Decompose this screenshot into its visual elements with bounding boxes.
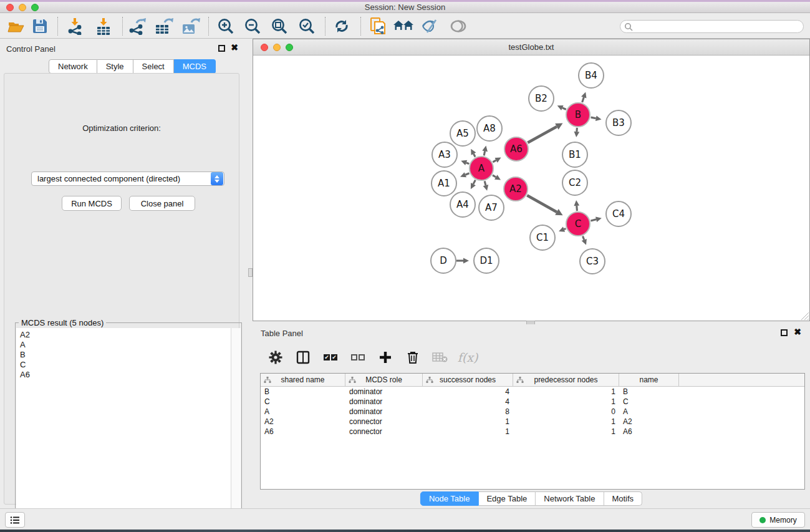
table-cell[interactable]: B bbox=[619, 387, 679, 397]
result-item[interactable]: A2 bbox=[20, 330, 231, 340]
edge-A-A7[interactable] bbox=[485, 181, 486, 185]
edge-B-B2[interactable] bbox=[562, 108, 566, 110]
tab-mcds[interactable]: MCDS bbox=[174, 59, 216, 74]
close-panel-icon[interactable]: ✖ bbox=[231, 44, 238, 51]
table-cell[interactable]: 4 bbox=[423, 387, 513, 397]
table-cell[interactable]: 8 bbox=[423, 407, 513, 417]
edge-A-A6[interactable] bbox=[493, 160, 496, 162]
table-row[interactable]: A2connector11A2 bbox=[261, 417, 804, 427]
table-cell[interactable]: C bbox=[261, 397, 345, 407]
zoom-out-icon[interactable] bbox=[241, 16, 264, 36]
node-table[interactable]: shared nameMCDS rolesuccessor nodesprede… bbox=[260, 373, 805, 490]
canvas-scroll-nub-left[interactable] bbox=[248, 268, 253, 277]
show-all-icon[interactable] bbox=[447, 16, 470, 36]
add-column-icon[interactable] bbox=[376, 348, 395, 367]
table-row[interactable]: Adominator80A bbox=[261, 407, 804, 417]
table-cell[interactable]: connector bbox=[345, 427, 423, 437]
search-field[interactable] bbox=[620, 20, 804, 33]
table-body[interactable]: Bdominator41BCdominator41CAdominator80AA… bbox=[261, 387, 804, 437]
save-session-icon[interactable] bbox=[29, 16, 51, 36]
edge-A-A1[interactable] bbox=[465, 173, 469, 175]
table-cell[interactable]: connector bbox=[345, 417, 423, 427]
table-row[interactable]: Bdominator41B bbox=[261, 387, 804, 397]
table-cell[interactable]: 1 bbox=[513, 417, 619, 427]
result-item[interactable]: A6 bbox=[20, 370, 231, 380]
table-cell[interactable]: 4 bbox=[423, 397, 513, 407]
close-panel-button[interactable]: Close panel bbox=[129, 196, 195, 211]
edge-B-B3[interactable] bbox=[591, 117, 596, 118]
table-cell[interactable]: A6 bbox=[261, 427, 345, 437]
table-cell[interactable]: 1 bbox=[513, 387, 619, 397]
edge-B-B4[interactable] bbox=[582, 97, 584, 102]
criterion-dropdown[interactable]: largest connected component (directed) bbox=[31, 172, 224, 186]
delete-table-icon[interactable] bbox=[431, 348, 450, 367]
edge-C-C2[interactable] bbox=[577, 206, 577, 211]
zoom-selected-icon[interactable] bbox=[296, 16, 318, 36]
delete-icon[interactable] bbox=[403, 348, 422, 367]
tab-style[interactable]: Style bbox=[97, 59, 133, 74]
table-cell[interactable]: A6 bbox=[619, 427, 679, 437]
edge-C-C1[interactable] bbox=[564, 229, 566, 230]
table-cell[interactable]: dominator bbox=[345, 407, 423, 417]
hide-selected-icon[interactable] bbox=[419, 16, 441, 36]
tab-network[interactable]: Network bbox=[49, 59, 97, 74]
table-cell[interactable]: A2 bbox=[261, 417, 345, 427]
search-input[interactable] bbox=[633, 21, 803, 32]
table-cell[interactable]: 1 bbox=[423, 417, 513, 427]
edge-C-C4[interactable] bbox=[591, 220, 596, 221]
home-icon[interactable] bbox=[392, 16, 415, 36]
table-cell[interactable]: A bbox=[261, 407, 345, 417]
table-float-icon[interactable] bbox=[781, 329, 788, 336]
tab-select[interactable]: Select bbox=[133, 59, 174, 74]
function-builder-icon[interactable]: f(x) bbox=[458, 348, 477, 367]
resize-grip-icon[interactable] bbox=[801, 312, 809, 320]
float-panel-icon[interactable] bbox=[218, 45, 225, 52]
table-cell[interactable]: A bbox=[619, 407, 679, 417]
table-close-icon[interactable]: ✖ bbox=[794, 329, 801, 336]
table-cell[interactable]: C bbox=[619, 397, 679, 407]
edge-A-A3[interactable] bbox=[466, 163, 470, 164]
select-all-icon[interactable]: ✔✔ bbox=[321, 348, 340, 367]
export-table-icon[interactable] bbox=[153, 16, 175, 36]
edge-A6-B[interactable] bbox=[528, 127, 557, 143]
table-cell[interactable]: 1 bbox=[423, 427, 513, 437]
memory-button[interactable]: Memory bbox=[751, 512, 805, 528]
table-cell[interactable]: dominator bbox=[345, 397, 423, 407]
columns-icon[interactable] bbox=[294, 348, 312, 367]
table-row[interactable]: Cdominator41C bbox=[261, 397, 804, 407]
edge-A-A8[interactable] bbox=[484, 151, 485, 155]
column-header-predecessor-nodes[interactable]: predecessor nodes bbox=[513, 374, 619, 386]
zoom-fit-icon[interactable] bbox=[268, 16, 291, 36]
result-item[interactable]: A bbox=[20, 340, 231, 350]
table-cell[interactable]: B bbox=[261, 387, 345, 397]
export-network-icon[interactable] bbox=[126, 16, 148, 36]
mcds-result-list[interactable]: A2ABCA6 bbox=[16, 328, 231, 532]
tab-node-table[interactable]: Node Table bbox=[420, 491, 479, 506]
tab-edge-table[interactable]: Edge Table bbox=[478, 491, 536, 506]
refresh-icon[interactable] bbox=[330, 16, 353, 36]
edge-C-C3[interactable] bbox=[583, 236, 584, 240]
edge-A-A5[interactable] bbox=[473, 154, 475, 157]
result-item[interactable]: C bbox=[20, 360, 231, 370]
tab-motifs[interactable]: Motifs bbox=[604, 491, 642, 506]
table-header-row[interactable]: shared nameMCDS rolesuccessor nodesprede… bbox=[261, 374, 804, 387]
column-header-shared-name[interactable]: shared name bbox=[261, 374, 345, 386]
tab-network-table[interactable]: Network Table bbox=[536, 491, 604, 506]
edge-A-A2[interactable] bbox=[493, 175, 496, 177]
table-cell[interactable]: 1 bbox=[513, 397, 619, 407]
result-list-scrollbar[interactable] bbox=[231, 328, 241, 532]
network-window-titlebar[interactable]: testGlobe.txt bbox=[253, 39, 809, 56]
task-history-button[interactable] bbox=[5, 512, 25, 528]
column-header-name[interactable]: name bbox=[619, 374, 679, 386]
settings-gear-icon[interactable] bbox=[266, 348, 285, 367]
table-cell[interactable]: A2 bbox=[619, 417, 679, 427]
import-table-icon[interactable] bbox=[92, 16, 115, 36]
edge-A2-C[interactable] bbox=[527, 195, 557, 212]
run-mcds-button[interactable]: Run MCDS bbox=[62, 196, 122, 211]
export-image-icon[interactable] bbox=[180, 16, 202, 36]
edge-A-A4[interactable] bbox=[473, 180, 475, 184]
column-header-successor-nodes[interactable]: successor nodes bbox=[423, 374, 513, 386]
zoom-in-icon[interactable] bbox=[215, 16, 237, 36]
column-header-MCDS-role[interactable]: MCDS role bbox=[345, 374, 423, 386]
result-item[interactable]: B bbox=[20, 350, 231, 360]
